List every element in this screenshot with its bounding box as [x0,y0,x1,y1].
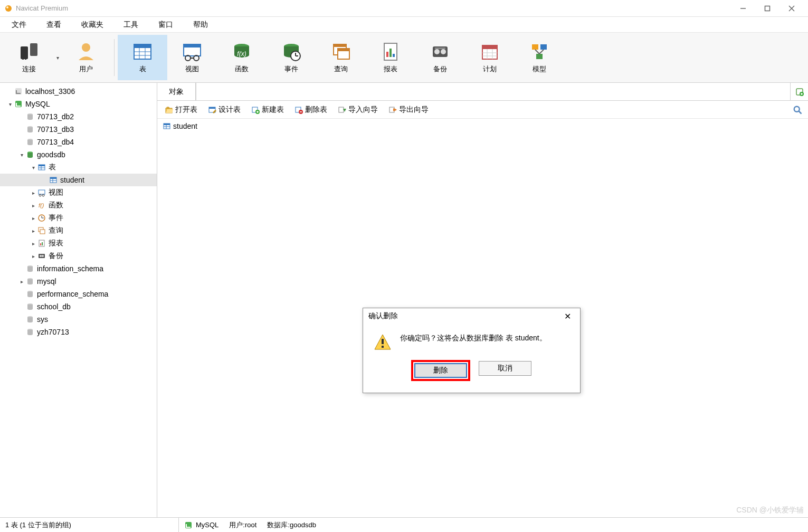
svg-rect-75 [40,243,41,245]
menu-2[interactable]: 收藏夹 [75,18,110,32]
search-button[interactable] [791,103,804,116]
tool-label: 备份 [433,64,447,74]
dialog-delete-button[interactable]: 删除 [414,363,467,378]
subtool-export-button[interactable]: 导出向导 [385,104,432,116]
caret-icon[interactable]: ▾ [30,165,37,170]
tree-node-70713_db3[interactable]: 70713_db3 [0,123,157,136]
subtool-import-button[interactable]: 导入向导 [335,104,381,116]
tool-plug-button[interactable]: 连接 [4,35,54,80]
caret-icon[interactable]: ▸ [30,241,37,246]
tree-node-goodsdb[interactable]: ▾goodsdb [0,148,157,161]
subtool-label: 设计表 [218,105,241,115]
tree-label: yzh70713 [37,328,69,336]
warning-icon [374,334,392,352]
subtool-new-button[interactable]: 新建表 [248,104,287,116]
tree-label: 函数 [49,201,63,210]
minimize-button[interactable] [731,0,755,17]
tree-node-视图[interactable]: ▸视图 [0,186,157,199]
caret-icon[interactable]: ▸ [30,215,37,221]
tool-table-button[interactable]: 表 [118,35,167,80]
tree-node-MySQL[interactable]: ▾MySQL [0,98,157,110]
object-list[interactable]: student 确认删除 ✕ 你确定吗？这将会从数据库删除 表 student。… [157,119,808,517]
tree-label: 70713_db2 [37,112,74,121]
tree-node-查询[interactable]: ▸查询 [0,224,157,237]
tool-view-button[interactable]: 视图 [167,35,217,80]
dialog-cancel-button[interactable]: 取消 [479,361,531,376]
tree-node-yzh70713[interactable]: yzh70713 [0,326,157,338]
view-icon [37,188,46,197]
svg-point-38 [441,49,446,54]
svg-rect-73 [40,230,45,234]
table-toolbar: 打开表设计表新建表删除表导入向导导出向导 [157,101,808,119]
tool-report-button[interactable]: 报表 [366,35,415,80]
menu-5[interactable]: 帮助 [187,18,214,32]
tool-query-button[interactable]: 查询 [316,35,366,80]
menu-3[interactable]: 工具 [117,18,145,32]
subtool-delete-button[interactable]: 删除表 [291,104,330,116]
caret-icon[interactable]: ▸ [30,190,37,196]
svg-point-0 [5,5,12,12]
svg-rect-94 [209,107,215,109]
tree-label: mysql [37,277,56,286]
svg-point-67 [42,194,44,196]
tool-dropdown[interactable]: ▾ [54,55,61,61]
tree-label: 表 [49,163,56,172]
caret-icon[interactable]: ▸ [30,203,37,208]
maximize-button[interactable] [755,0,780,17]
tree-node-70713_db4[interactable]: 70713_db4 [0,136,157,148]
svg-rect-39 [435,48,445,49]
caret-icon[interactable]: ▾ [18,152,25,158]
svg-rect-58 [39,165,45,166]
tool-backup-button[interactable]: 备份 [415,35,465,80]
tree-node-报表[interactable]: ▸报表 [0,237,157,250]
close-button[interactable] [780,0,804,17]
tree-node-mysql[interactable]: ▸mysql [0,275,157,288]
caret-icon[interactable]: ▾ [6,101,14,107]
caret-icon[interactable]: ▸ [18,279,25,284]
tool-user-button[interactable]: 用户 [61,35,111,80]
dialog-message: 你确定吗？这将会从数据库删除 表 student。 [400,334,547,352]
menu-0[interactable]: 文件 [5,18,33,32]
caret-icon[interactable]: ▸ [30,253,37,259]
db-icon [25,315,35,324]
subtool-open-button[interactable]: 打开表 [161,104,201,116]
tree-node-表[interactable]: ▾表 [0,161,157,174]
connection-tree[interactable]: localhost_3306▾MySQL70713_db270713_db370… [0,83,157,517]
tool-schedule-button[interactable]: 计划 [465,35,515,80]
status-bar: 1 表 (1 位于当前的组) MySQL 用户: root 数据库: goods… [0,517,808,532]
table-icon [163,122,171,130]
tree-node-performance_schema[interactable]: performance_schema [0,288,157,300]
tree-node-70713_db2[interactable]: 70713_db2 [0,110,157,123]
svg-rect-7 [21,46,28,59]
tree-node-sys[interactable]: sys [0,313,157,326]
svg-rect-47 [540,44,547,50]
highlight-box: 删除 [412,361,469,380]
tool-event-button[interactable]: 事件 [267,35,316,80]
tree-node-备份[interactable]: ▸备份 [0,250,157,262]
menu-1[interactable]: 查看 [40,18,68,32]
db-icon [25,125,35,134]
tree-node-localhost_3306[interactable]: localhost_3306 [0,85,157,98]
title-bar: Navicat Premium [0,0,808,17]
tree-node-事件[interactable]: ▸事件 [0,212,157,224]
tree-node-information_schema[interactable]: information_schema [0,262,157,275]
svg-rect-103 [339,107,344,112]
table-icon [49,176,58,184]
dialog-close-button[interactable]: ✕ [560,310,575,322]
object-student[interactable]: student [160,121,199,131]
menu-4[interactable]: 窗口 [152,18,179,32]
tables-icon [37,163,46,172]
delete-icon [294,106,303,114]
tab-objects[interactable]: 对象 [157,83,196,100]
add-tab-button[interactable] [790,83,808,100]
subtool-design-button[interactable]: 设计表 [205,104,244,116]
tree-node-student[interactable]: student [0,174,157,186]
toolbar-separator [114,39,115,76]
watermark: CSDN @小铁爱学辅 [736,506,804,515]
caret-icon[interactable]: ▸ [30,228,37,234]
tool-model-button[interactable]: 模型 [515,35,564,80]
tree-node-school_db[interactable]: school_db [0,300,157,313]
tool-func-button[interactable]: f(x)函数 [217,35,267,80]
svg-line-50 [539,50,544,54]
tree-node-函数[interactable]: ▸f()函数 [0,199,157,212]
